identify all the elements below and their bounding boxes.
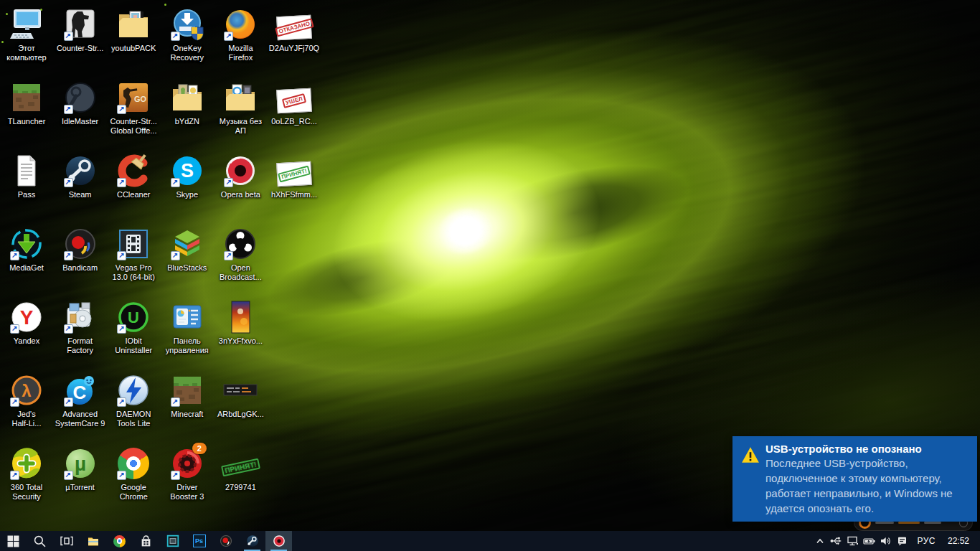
desktop-icon-label: hXhFSfmm... — [267, 190, 321, 199]
desktop-icon-muzyka-bez-ap[interactable]: Музыка без АП — [213, 80, 268, 136]
steam-icon — [63, 154, 98, 188]
bluestacks-icon — [170, 227, 204, 261]
taskbar-file-explorer-button[interactable] — [80, 531, 106, 551]
desktop-icon-onekey-recovery[interactable]: OneKey Recovery — [160, 7, 215, 62]
desktop-icon-iobit-uninstaller[interactable]: U IObit Uninstaller — [106, 300, 161, 355]
desktop-icon-vegas-pro[interactable]: Vegas Pro 13.0 (64-bit) — [106, 227, 161, 282]
desktop-icon-d2auyjfj70q[interactable]: ОТКАЗАНОD2AuYJFj70Q — [267, 7, 321, 53]
desktop-icon-skype[interactable]: S Skype — [160, 154, 215, 199]
taskbar-start-button[interactable] — [0, 531, 27, 551]
desktop-icon-utorrent[interactable]: µ µTorrent — [53, 446, 108, 492]
desktop-icon-opera-beta[interactable]: Opera beta — [213, 154, 268, 199]
obs-icon — [223, 227, 258, 261]
desktop-icon-label: 3nYxFfxvo... — [213, 336, 268, 346]
taskbar-steam-button[interactable] — [239, 531, 265, 551]
desktop-icon-mediaget[interactable]: MediaGet — [0, 227, 54, 273]
desktop-icon-label: Driver Booster 3 — [160, 483, 215, 501]
system-tray: РУС 22:52 — [811, 531, 980, 551]
desktop-icon-idlemaster[interactable]: IdleMaster — [53, 80, 108, 126]
desktop-icon-counter-strike[interactable]: Counter-Str... — [53, 7, 108, 53]
desktop-icon-minecraft[interactable]: Minecraft — [160, 373, 215, 419]
grass-icon — [9, 80, 44, 115]
desktop-icon-pass[interactable]: Pass — [0, 154, 54, 199]
desktop-icon-label: Yandex — [0, 336, 54, 346]
desktop-icon-bluestacks[interactable]: BlueStacks — [160, 227, 215, 273]
taskbar-bandicam-button[interactable] — [212, 531, 239, 551]
formatfactory-icon — [63, 300, 98, 334]
svg-text:U: U — [128, 309, 139, 326]
desktop-icon-360-total-security[interactable]: 360 Total Security — [0, 446, 54, 501]
desktop-icon-tlauncher[interactable]: TLauncher — [0, 80, 54, 126]
folder-music-icon — [223, 80, 258, 115]
taskbar-photoshop-button[interactable]: Ps — [186, 531, 212, 551]
taskbar: Ps — [0, 531, 980, 551]
desktop-icon-format-factory[interactable]: Format Factory — [53, 300, 108, 355]
desktop-icon-label: Skype — [160, 190, 215, 199]
usb-toast-notification[interactable]: USB-устройство не опознано Последнее USB… — [732, 436, 977, 522]
desktop-icon-steam[interactable]: Steam — [53, 154, 108, 199]
desktop-icon-label: Mozilla Firefox — [213, 44, 268, 62]
battery-icon[interactable] — [861, 531, 877, 551]
desktop-icon-hxhfsfmm[interactable]: ПРИНЯТ!hXhFSfmm... — [267, 154, 321, 199]
desktop-icon-this-pc[interactable]: Этот компьютер — [0, 7, 54, 62]
iobit-icon: U — [116, 300, 151, 334]
volume-icon[interactable] — [877, 531, 894, 551]
desktop-icon-youtubpack[interactable]: youtubPACK — [106, 7, 161, 53]
shortcut-arrow-icon — [224, 251, 233, 260]
stamp-red-icon: ОТКАЗАНО — [277, 7, 311, 42]
controlpanel-icon — [170, 300, 204, 334]
taskbar-chrome-button[interactable] — [106, 531, 133, 551]
desktop-icon-label: OneKey Recovery — [160, 44, 215, 62]
desktop-icon-google-chrome[interactable]: Google Chrome — [106, 446, 161, 501]
desktop-icon-yandex[interactable]: Y Yandex — [0, 300, 54, 346]
shortcut-arrow-icon — [224, 178, 233, 187]
desktop-icon-driver-booster[interactable]: 2Driver Booster 3 — [160, 446, 215, 501]
action-center-icon[interactable] — [894, 531, 910, 551]
desktop-icon-bydzn[interactable]: bYdZN — [160, 80, 215, 126]
svg-text:S: S — [181, 160, 194, 182]
desktop-icon-label: Minecraft — [160, 410, 215, 419]
desktop-icon-label: Панель управления — [160, 336, 215, 355]
network-icon[interactable] — [844, 531, 861, 551]
desktop-icon-half-life[interactable]: λ Jed's Half-Li... — [0, 373, 54, 428]
desktop-icon-ccleaner[interactable]: CCleaner — [106, 154, 161, 199]
shortcut-arrow-icon — [117, 397, 126, 407]
shortcut-arrow-icon — [10, 397, 19, 407]
language-indicator[interactable]: РУС — [910, 536, 942, 546]
shortcut-arrow-icon — [64, 397, 73, 407]
csgo-icon: GO — [116, 80, 151, 115]
hidden-icons-chevron-icon[interactable] — [811, 531, 828, 551]
desktop-icon-daemon-tools[interactable]: DAEMON Tools Lite — [106, 373, 161, 428]
desktop-icon-obs[interactable]: Open Broadcast... — [213, 227, 268, 282]
desktop-icon-3nyxffxvo[interactable]: 3nYxFfxvo... — [213, 300, 268, 346]
taskbar-task-view-button[interactable] — [53, 531, 80, 551]
desktop-icon-label: Vegas Pro 13.0 (64-bit) — [106, 263, 161, 282]
desktop-icon-mozilla-firefox[interactable]: Mozilla Firefox — [213, 7, 268, 62]
clock[interactable]: 22:52 — [942, 536, 974, 546]
desktop-icon-label: Format Factory — [53, 336, 108, 355]
desktop-icon-csgo[interactable]: GO Counter-Str... Global Offe... — [106, 80, 161, 136]
vegas-icon — [116, 227, 151, 261]
taskbar-opera-beta-button[interactable] — [265, 531, 292, 551]
shortcut-arrow-icon — [64, 324, 73, 334]
desktop-icon-0olzb-rc[interactable]: УШЕЛ0oLZB_RC... — [267, 80, 321, 126]
desktop-icon-label: DAEMON Tools Lite — [106, 410, 161, 428]
shortcut-arrow-icon — [117, 471, 126, 480]
desktop-icon-2799741[interactable]: ПРИНЯТ!2799741 — [213, 446, 268, 492]
desktop-icon-advanced-systemcare[interactable]: C Advanced SystemCare 9 — [53, 373, 108, 428]
taskbar-search-button[interactable] — [27, 531, 53, 551]
firefox-icon — [223, 7, 258, 42]
utorrent-icon: µ — [63, 446, 98, 481]
desktop-icon-arbdlggk[interactable]: ARbdLgGK... — [213, 373, 268, 419]
desktop-icon-control-panel[interactable]: Панель управления — [160, 300, 215, 355]
shortcut-arrow-icon — [64, 471, 73, 480]
taskbar-movies-tv-button[interactable] — [159, 531, 186, 551]
desktop-icon-bandicam[interactable]: Bandicam — [53, 227, 108, 273]
usb-device-icon[interactable] — [828, 531, 844, 551]
shortcut-arrow-icon — [171, 32, 180, 41]
svg-text:GO: GO — [134, 95, 147, 103]
taskbar-store-button[interactable] — [133, 531, 159, 551]
cs16-icon — [63, 7, 98, 42]
mediaget-icon — [9, 227, 44, 261]
desktop-icon-label: Bandicam — [53, 263, 108, 273]
